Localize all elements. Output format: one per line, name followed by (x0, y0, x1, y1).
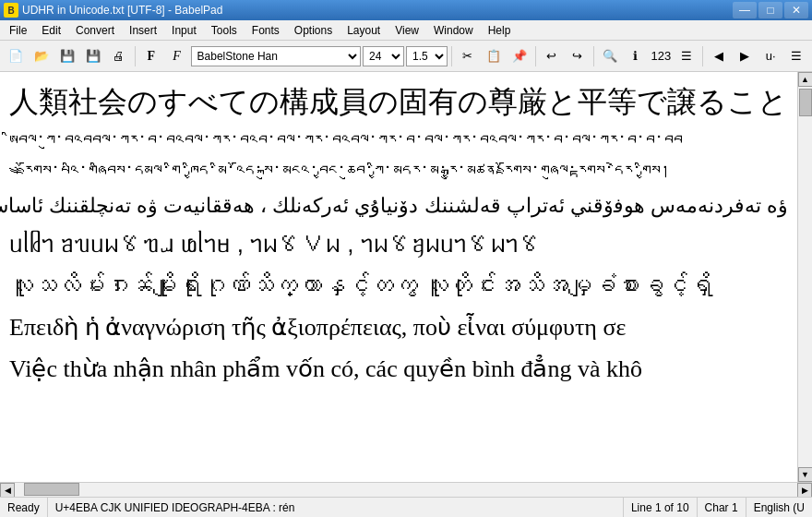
italic-button[interactable]: F (165, 44, 189, 68)
text-line-2: ཨིབལ་ཀུ་བའབབལ་ཀར་བ་བའབལ་ཀར་བའབ་བལ་ཀར་བའབ… (9, 129, 788, 154)
horizontal-scrollbar[interactable]: ◀ ▶ (0, 482, 812, 497)
info-button[interactable]: ℹ (623, 44, 647, 68)
lines-button[interactable]: ☰ (675, 44, 699, 68)
titlebar: B UDHR in Unicode.txt [UTF-8] - BabelPad… (0, 0, 812, 20)
status-ready: Ready (0, 498, 48, 517)
menu-item-tools[interactable]: Tools (204, 22, 245, 39)
scroll-thumb[interactable] (799, 89, 812, 116)
bold-button[interactable]: F (139, 44, 163, 68)
char-pos-text: Char 1 (705, 501, 738, 514)
text-line-5: ᥙᥣᥤᥐ ᥑᥔᥙᥕ᥍ᥓᥘ ᥚᥣᥐᥛ , ᥐᥕ᥍᥎ᥕ , ᥐᥕ᥍ᥠᥕᥙᥐ᥍ᥕᥐ᥍ (9, 226, 788, 262)
maximize-button[interactable]: □ (758, 2, 782, 18)
menu-item-edit[interactable]: Edit (34, 22, 68, 39)
vertical-scrollbar[interactable]: ▲ ▼ (797, 72, 812, 482)
status-char-pos: Char 1 (698, 498, 746, 517)
close-button[interactable]: ✕ (784, 2, 808, 18)
cut-button[interactable]: ✂ (456, 44, 480, 68)
font-select[interactable]: BabelStone Han Arial Unicode MS Times Ne… (191, 46, 362, 66)
text-line-3: ༄ རྫོགས་པའི་གཞིབས་དམལ་གི་ཁྱིད་མི་འོད་སྐུ… (9, 160, 788, 185)
titlebar-controls[interactable]: — □ ✕ (733, 2, 808, 18)
sep2 (451, 46, 452, 66)
statusbar: Ready U+4EBA CJK UNIFIED IDEOGRAPH-4EBA … (0, 497, 812, 517)
sep4 (593, 46, 594, 66)
titlebar-left: B UDHR in Unicode.txt [UTF-8] - BabelPad (4, 3, 222, 18)
hscroll-right-button[interactable]: ▶ (797, 483, 812, 498)
text-line-6: လူသလိမ်းၵၢၼ်မျိုးရိုးဂုဏ်သိက္ကာနှင့်တကွ … (9, 268, 788, 304)
text-line-7: Επειδὴ ἡ ἀναγνώριση τῆς ἀξιοπρέπειας, πο… (9, 309, 788, 345)
line-spacing-select[interactable]: 1.5 1.01.22.0 (406, 46, 448, 66)
new-button[interactable]: 📄 (4, 44, 28, 68)
status-char-info: U+4EBA CJK UNIFIED IDEOGRAPH-4EBA : rén (48, 498, 624, 517)
ready-label: Ready (7, 501, 40, 514)
char-info-text: U+4EBA CJK UNIFIED IDEOGRAPH-4EBA : rén (55, 501, 295, 514)
menu-item-help[interactable]: Help (481, 22, 519, 39)
redo-button[interactable]: ↪ (566, 44, 590, 68)
print-button[interactable]: 🖨 (107, 44, 131, 68)
menu-item-view[interactable]: View (388, 22, 426, 39)
menu-item-convert[interactable]: Convert (68, 22, 122, 39)
find-button[interactable]: 🔍 (598, 44, 622, 68)
menu-item-fonts[interactable]: Fonts (245, 22, 287, 39)
hscroll-track (15, 483, 797, 497)
menu-item-file[interactable]: File (2, 22, 34, 39)
status-lang: English (U (746, 498, 812, 517)
hscroll-thumb[interactable] (24, 483, 79, 496)
text-line-1: 人類社会のすべての構成員の固有の尊厳と平等で譲ること (9, 79, 788, 124)
app-icon: B (4, 3, 18, 18)
status-line-info: Line 1 of 10 (624, 498, 698, 517)
special2-button[interactable]: ☰ (784, 44, 808, 68)
text-line-4: ﺅﻩ ﺗﻪﻓﺮﺩﻧﻪﻣﻪﺱ ﻫﻮﻓﯙﻗﻨﻲ ﺋﻪﺗﺮﺍﭖ ﻗﻪﻟﺸﻨﻨﻚ ﺩﯙﻧ… (9, 190, 788, 221)
minimize-button[interactable]: — (733, 2, 757, 18)
menu-item-insert[interactable]: Insert (122, 22, 164, 39)
num-button[interactable]: 123 (649, 44, 673, 68)
menu-item-input[interactable]: Input (164, 22, 204, 39)
menu-item-layout[interactable]: Layout (340, 22, 388, 39)
scroll-down-button[interactable]: ▼ (798, 467, 813, 482)
fwd-button[interactable]: ▶ (733, 44, 757, 68)
menu-item-window[interactable]: Window (426, 22, 481, 39)
text-line-8: Việc thừa nhận nhân phẩm vốn có, các quy… (9, 351, 788, 387)
menu-item-options[interactable]: Options (287, 22, 340, 39)
back-button[interactable]: ◀ (707, 44, 731, 68)
toolbar: 📄 📂 💾 💾 🖨 F F BabelStone Han Arial Unico… (0, 41, 812, 72)
sep3 (535, 46, 536, 66)
paste-button[interactable]: 📌 (508, 44, 531, 68)
sep5 (702, 46, 703, 66)
hscroll-left-button[interactable]: ◀ (0, 483, 15, 498)
open-button[interactable]: 📂 (30, 44, 54, 68)
special-button[interactable]: u· (758, 44, 782, 68)
text-area-container: 人類社会のすべての構成員の固有の尊厳と平等で譲ること ཨིབལ་ཀུ་བའབབལ… (0, 72, 812, 482)
lang-text: English (U (754, 501, 805, 514)
line-info-text: Line 1 of 10 (631, 501, 689, 514)
undo-button[interactable]: ↩ (540, 44, 564, 68)
titlebar-title: UDHR in Unicode.txt [UTF-8] - BabelPad (22, 4, 222, 17)
save-button[interactable]: 💾 (55, 44, 79, 68)
menubar: FileEditConvertInsertInputToolsFontsOpti… (0, 20, 812, 41)
scroll-up-button[interactable]: ▲ (798, 72, 813, 87)
text-content[interactable]: 人類社会のすべての構成員の固有の尊厳と平等で譲ること ཨིབལ་ཀུ་བའབབལ… (0, 72, 797, 482)
font-size-select[interactable]: 24 810121416182022283236 (363, 46, 404, 66)
copy-button[interactable]: 📋 (482, 44, 506, 68)
sep1 (135, 46, 136, 66)
save2-button[interactable]: 💾 (81, 44, 105, 68)
